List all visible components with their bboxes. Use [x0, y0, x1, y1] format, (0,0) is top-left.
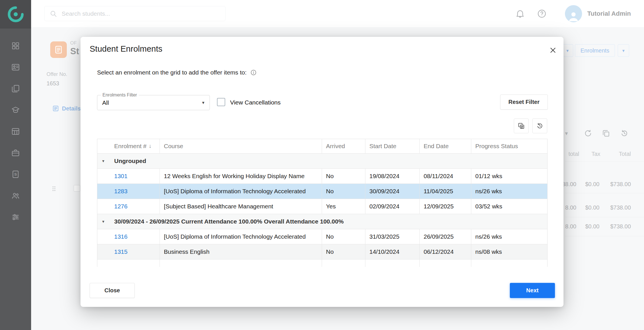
- enrolment-row-1316[interactable]: 1316 [UoS] Diploma of Information Techno…: [97, 229, 547, 244]
- dialog-instruction: Select an enrolment on the grid to add t…: [97, 69, 257, 76]
- people-icon: [11, 191, 20, 200]
- svg-text:S: S: [14, 172, 17, 176]
- revert-icon: [536, 122, 544, 130]
- sidebar-item-agents[interactable]: [10, 191, 21, 200]
- dashboard-icon: [11, 41, 20, 50]
- cell-progress: ns/26 wks: [471, 229, 547, 244]
- cell-course: [UoS] Diploma of Information Technology …: [160, 184, 322, 199]
- cell-end-date: 12/09/2025: [420, 199, 471, 214]
- enrolment-row-1283-selected[interactable]: 1283 [UoS] Diploma of Information Techno…: [97, 184, 547, 199]
- cell-start-date: 30/09/2024: [365, 184, 420, 199]
- logo-icon: [7, 5, 25, 23]
- group-row-attendance[interactable]: ▾ 30/09/2024 - 26/09/2025 Current Attend…: [97, 214, 547, 229]
- group-label: Ungrouped: [114, 158, 146, 164]
- reset-filter-label: Reset Filter: [508, 99, 540, 105]
- sidebar-item-courses[interactable]: [10, 105, 21, 115]
- sidebar-nav: S: [0, 29, 31, 222]
- enrolment-link[interactable]: 1316: [114, 233, 128, 240]
- column-header-label: Enrolment #: [114, 143, 146, 150]
- enrolment-link[interactable]: 1301: [114, 173, 128, 180]
- student-enrolments-dialog: Student Enrolments Select an enrolment o…: [80, 37, 564, 307]
- briefcase-icon: [11, 148, 20, 157]
- next-button[interactable]: Next: [510, 283, 555, 298]
- enrolment-row-1301[interactable]: 1301 12 Weeks English for Working Holida…: [97, 169, 547, 184]
- group-row-ungrouped[interactable]: ▾ Ungrouped: [97, 154, 547, 169]
- dialog-title: Student Enrolments: [90, 44, 162, 54]
- cell-course: 12 Weeks English for Working Holiday Dis…: [160, 169, 322, 184]
- column-header-label: Course: [164, 143, 183, 150]
- enrolments-grid: Enrolment # ↓ Course Arrived Start Date …: [97, 139, 548, 267]
- cell-arrived: No: [322, 244, 365, 259]
- view-cancellations-checkbox[interactable]: [217, 98, 225, 106]
- enrolments-filter-label: Enrolments Filter: [101, 92, 139, 98]
- app-logo[interactable]: [0, 0, 31, 29]
- invoice-icon: S: [11, 170, 20, 179]
- cell-arrived: No: [322, 184, 365, 199]
- close-button[interactable]: Close: [90, 283, 135, 298]
- cell-progress: ns/26 wks: [471, 184, 547, 199]
- group-label: 30/09/2024 - 26/09/2025 Current Attendan…: [114, 218, 344, 225]
- collapse-icon: ▾: [102, 219, 104, 224]
- next-button-label: Next: [526, 287, 538, 294]
- cell-end-date: 11/04/2025: [420, 184, 471, 199]
- chevron-down-icon: ▾: [202, 95, 204, 110]
- refresh-button[interactable]: [532, 118, 547, 133]
- column-header-start-date[interactable]: Start Date: [365, 139, 420, 153]
- enrolment-link[interactable]: 1276: [114, 203, 128, 210]
- close-button-label: Close: [104, 287, 120, 294]
- sidebar-item-dashboard[interactable]: [10, 41, 21, 51]
- cell-start-date: 14/10/2024: [365, 244, 420, 259]
- cell-course: [UoS] Diploma of Information Technology …: [160, 229, 322, 244]
- cell-start-date: 02/09/2024: [365, 199, 420, 214]
- column-chooser-button[interactable]: [514, 118, 529, 133]
- column-header-label: End Date: [424, 143, 449, 150]
- column-header-enrolment[interactable]: Enrolment # ↓: [97, 139, 160, 153]
- cell-end-date: 08/11/2024: [420, 169, 471, 184]
- close-icon[interactable]: [548, 45, 558, 55]
- graduation-cap-icon: [11, 106, 20, 114]
- sidebar-item-students[interactable]: [10, 63, 21, 72]
- instruction-text: Select an enrolment on the grid to add t…: [97, 69, 247, 76]
- cell-progress: 01/12 wks: [471, 169, 547, 184]
- sidebar: S: [0, 0, 31, 330]
- grid-header-row: Enrolment # ↓ Course Arrived Start Date …: [97, 139, 547, 154]
- enrolment-link[interactable]: 1315: [114, 248, 128, 255]
- id-card-icon: [11, 63, 20, 72]
- cell-arrived: Yes: [322, 199, 365, 214]
- documents-icon: [11, 84, 20, 93]
- cell-end-date: 26/09/2025: [420, 229, 471, 244]
- enrolment-row-1276[interactable]: 1276 [Subject Based] Healthcare Manageme…: [97, 199, 547, 214]
- column-header-label: Arrived: [326, 143, 345, 150]
- cell-start-date: 31/03/2025: [365, 229, 420, 244]
- enrolment-row-partial[interactable]: [97, 259, 547, 267]
- sidebar-item-invoices[interactable]: S: [10, 170, 21, 179]
- sidebar-item-settings[interactable]: [10, 212, 21, 222]
- sort-desc-icon: ↓: [149, 143, 152, 149]
- cell-progress: ns/08 wks: [471, 244, 547, 259]
- view-cancellations-label: View Cancellations: [230, 99, 281, 106]
- cell-end-date: 06/12/2024: [420, 244, 471, 259]
- collapse-icon: ▾: [102, 158, 104, 164]
- sidebar-item-offers[interactable]: [10, 84, 21, 93]
- enrolment-row-1315[interactable]: 1315 Business English No 14/10/2024 06/1…: [97, 244, 547, 259]
- enrolments-filter-select[interactable]: Enrolments Filter All ▾: [97, 95, 210, 110]
- reset-filter-button[interactable]: Reset Filter: [500, 94, 548, 110]
- column-chooser-icon: [518, 122, 525, 130]
- cell-arrived: No: [322, 229, 365, 244]
- info-icon[interactable]: [250, 69, 257, 76]
- column-header-end-date[interactable]: End Date: [420, 139, 471, 153]
- sliders-icon: [11, 213, 20, 222]
- column-header-progress-status[interactable]: Progress Status: [471, 139, 547, 153]
- cell-start-date: 19/08/2024: [365, 169, 420, 184]
- column-header-label: Progress Status: [475, 143, 518, 150]
- column-header-label: Start Date: [369, 143, 397, 150]
- cell-progress: 03/52 wks: [471, 199, 547, 214]
- cell-arrived: No: [322, 169, 365, 184]
- cell-course: Business English: [160, 244, 322, 259]
- column-header-arrived[interactable]: Arrived: [322, 139, 365, 153]
- enrolment-link[interactable]: 1283: [114, 188, 128, 195]
- sidebar-item-services[interactable]: [10, 148, 21, 158]
- sidebar-item-timetables[interactable]: [10, 127, 21, 136]
- column-header-course[interactable]: Course: [160, 139, 322, 153]
- table-icon: [11, 127, 20, 136]
